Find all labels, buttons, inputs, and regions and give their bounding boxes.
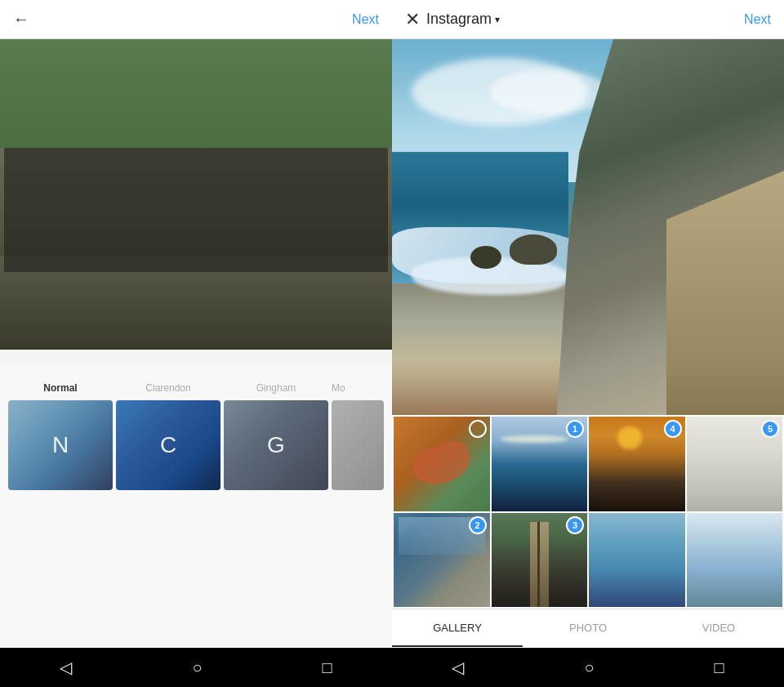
right-header-left: ✕ Instagram ▾ xyxy=(405,9,500,30)
right-bottom-bar: ◁ ○ □ xyxy=(392,648,784,687)
filter-label-more[interactable]: Mo xyxy=(332,382,384,400)
gallery-badge-1 xyxy=(469,420,487,438)
left-home-nav-icon[interactable]: ○ xyxy=(192,658,202,677)
left-panel: ← Next xyxy=(0,0,392,687)
cloud-2 xyxy=(490,69,608,114)
back-icon[interactable]: ← xyxy=(13,10,29,29)
filter-thumb-gingham[interactable]: G xyxy=(224,400,328,490)
gallery-cell-3[interactable]: 4 xyxy=(589,417,685,511)
right-back-nav-icon[interactable]: ◁ xyxy=(452,658,464,677)
gallery-cell-1[interactable] xyxy=(394,417,490,511)
gallery-cell-6[interactable]: 3 xyxy=(492,513,588,608)
right-gallery-grid: 1 4 5 2 3 xyxy=(392,415,784,609)
filter-label-normal[interactable]: Normal xyxy=(8,382,113,400)
gallery-badge-2: 1 xyxy=(566,420,584,438)
close-icon[interactable]: ✕ xyxy=(405,9,420,30)
gallery-cell-8[interactable] xyxy=(687,513,783,608)
right-header: ✕ Instagram ▾ Next xyxy=(392,0,784,39)
left-next-button[interactable]: Next xyxy=(352,12,379,27)
right-recent-nav-icon[interactable]: □ xyxy=(714,658,724,677)
filter-label-row: Normal Clarendon Gingham Mo xyxy=(0,382,392,400)
left-image-strip xyxy=(0,39,392,350)
gallery-badge-4: 5 xyxy=(761,420,779,438)
filter-label-gingham[interactable]: Gingham xyxy=(224,382,328,400)
right-panel: ✕ Instagram ▾ Next xyxy=(392,0,784,687)
left-header: ← Next xyxy=(0,0,392,39)
left-recent-nav-icon[interactable]: □ xyxy=(322,658,332,677)
left-back-nav-icon[interactable]: ◁ xyxy=(60,658,72,677)
rock-2 xyxy=(470,246,501,269)
dropdown-arrow-icon[interactable]: ▾ xyxy=(495,14,500,25)
gallery-cell-4[interactable]: 5 xyxy=(687,417,783,511)
gallery-cell-7[interactable] xyxy=(589,513,685,608)
instagram-title: Instagram ▾ xyxy=(426,11,500,28)
tab-photo[interactable]: PHOTO xyxy=(523,610,653,647)
gallery-badge-5: 2 xyxy=(469,516,487,534)
right-tabs: GALLERY PHOTO VIDEO xyxy=(392,609,784,648)
left-bottom-bar: ◁ ○ □ xyxy=(0,648,392,687)
filter-label-clarendon[interactable]: Clarendon xyxy=(116,382,220,400)
gallery-cell-2[interactable]: 1 xyxy=(492,417,588,511)
gallery-cell-5[interactable]: 2 xyxy=(394,513,490,608)
left-filter-area: Normal Clarendon Gingham Mo N C G xyxy=(0,366,392,648)
right-main-image xyxy=(392,39,784,415)
right-next-button[interactable]: Next xyxy=(744,12,771,27)
left-image-area xyxy=(0,39,392,350)
filter-thumb-normal[interactable]: N xyxy=(8,400,113,490)
filter-thumb-clarendon[interactable]: C xyxy=(116,400,220,490)
filter-spacer xyxy=(0,350,392,366)
filter-thumb-more[interactable] xyxy=(332,400,384,490)
filter-thumbnail-row: N C G xyxy=(0,400,392,490)
gallery-badge-3: 4 xyxy=(664,420,682,438)
tab-gallery[interactable]: GALLERY xyxy=(392,610,523,647)
right-home-nav-icon[interactable]: ○ xyxy=(584,658,594,677)
gallery-badge-6: 3 xyxy=(566,516,584,534)
left-image-3 xyxy=(310,39,392,350)
app-title-text: Instagram xyxy=(426,11,492,28)
rock-1 xyxy=(510,234,557,265)
tab-video[interactable]: VIDEO xyxy=(653,610,784,647)
